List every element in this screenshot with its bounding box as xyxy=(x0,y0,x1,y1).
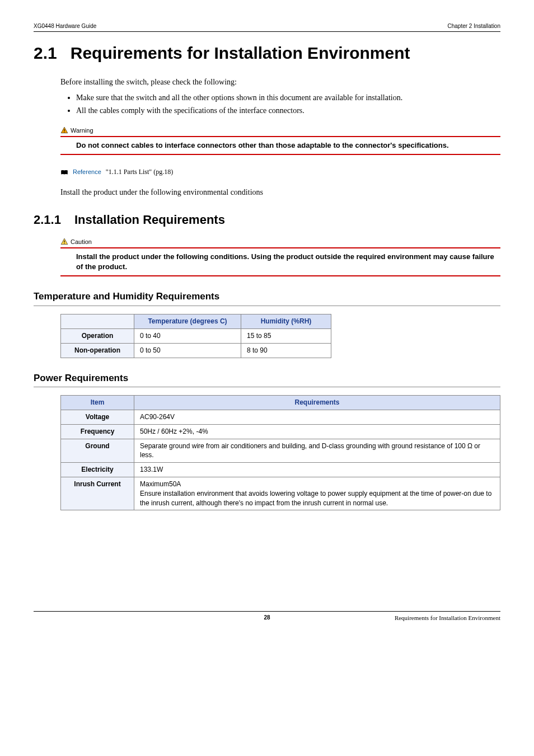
svg-rect-0 xyxy=(64,129,64,132)
svg-rect-1 xyxy=(64,132,64,133)
table-cell: 0 to 50 xyxy=(134,343,241,358)
h2-number: 2.1.1 xyxy=(34,212,61,229)
table-cell: AC90-264V xyxy=(134,410,500,425)
table-cell: Operation xyxy=(61,328,134,343)
page-header: XG0448 Hardware Guide Chapter 2 Installa… xyxy=(34,22,500,32)
table-cell: Maximum50A Ensure installation environme… xyxy=(134,477,500,510)
table-cell: Frequency xyxy=(61,424,134,439)
section-title-h2: 2.1.1 Installation Requirements xyxy=(34,212,500,229)
svg-rect-2 xyxy=(64,241,64,243)
table-row: Electricity 133.1W xyxy=(61,463,500,477)
table-cell: Electricity xyxy=(61,463,134,477)
header-right: Chapter 2 Installation xyxy=(447,22,500,30)
warning-text: Do not connect cables to interface conne… xyxy=(76,140,500,151)
list-item: All the cables comply with the specifica… xyxy=(76,105,500,116)
warning-block: Warning Do not connect cables to interfa… xyxy=(60,126,500,156)
table-cell: Separate ground wire from air conditione… xyxy=(134,439,500,463)
table-cell: 133.1W xyxy=(134,463,500,477)
reference-text: "1.1.1 Parts List" (pg.18) xyxy=(106,167,173,177)
page-footer: 28 Requirements for Installation Environ… xyxy=(34,611,500,622)
table-cell: 15 to 85 xyxy=(241,328,331,343)
warning-icon xyxy=(60,126,68,134)
table-row: Non-operation 0 to 50 8 to 90 xyxy=(61,343,331,358)
temp-humidity-table: Temperature (degrees C) Humidity (%RH) O… xyxy=(60,314,331,358)
table-row: Voltage AC90-264V xyxy=(61,410,500,425)
caution-block: Caution Install the product under the fo… xyxy=(60,238,500,277)
table-row: Inrush Current Maximum50A Ensure install… xyxy=(61,477,500,510)
section-title-h1: 2.1 Requirements for Installation Enviro… xyxy=(34,43,500,63)
table-row: Operation 0 to 40 15 to 85 xyxy=(61,328,331,343)
footer-right: Requirements for Installation Environmen… xyxy=(395,614,500,622)
power-table: Item Requirements Voltage AC90-264V Freq… xyxy=(60,395,500,510)
table-cell: Non-operation xyxy=(61,343,134,358)
warning-label: Warning xyxy=(71,126,93,135)
book-icon xyxy=(60,170,68,175)
list-item: Make sure that the switch and all the ot… xyxy=(76,92,500,104)
header-left: XG0448 Hardware Guide xyxy=(34,22,96,30)
table-row: Ground Separate ground wire from air con… xyxy=(61,439,500,463)
table-header: Item xyxy=(61,396,134,410)
intro-bullets: Make sure that the switch and all the ot… xyxy=(60,92,500,116)
table-row: Temperature (degrees C) Humidity (%RH) xyxy=(61,314,331,329)
h2-text: Installation Requirements xyxy=(74,212,225,229)
table-cell: Voltage xyxy=(61,410,134,425)
page-number: 28 xyxy=(264,614,270,622)
reference-block: Reference "1.1.1 Parts List" (pg.18) xyxy=(60,167,500,177)
table-header: Temperature (degrees C) xyxy=(134,314,241,329)
table-row: Item Requirements xyxy=(61,396,500,410)
table-cell: 50Hz / 60Hz +2%, -4% xyxy=(134,424,500,439)
h1-text: Requirements for Installation Environmen… xyxy=(71,43,410,63)
temp-humidity-heading: Temperature and Humidity Requirements xyxy=(34,290,500,306)
caution-label: Caution xyxy=(71,238,92,246)
table-cell: 8 to 90 xyxy=(241,343,331,358)
h1-number: 2.1 xyxy=(34,43,57,63)
table-cell: Ground xyxy=(61,439,134,463)
table-cell: Inrush Current xyxy=(61,477,134,510)
caution-icon xyxy=(60,238,68,246)
reference-label: Reference xyxy=(73,168,101,176)
table-header: Requirements xyxy=(134,396,500,410)
table-header xyxy=(61,314,134,329)
intro-text: Before installing the switch, please che… xyxy=(60,77,500,88)
table-header: Humidity (%RH) xyxy=(241,314,331,329)
caution-text: Install the product under the following … xyxy=(76,252,500,272)
power-heading: Power Requirements xyxy=(34,372,500,388)
env-conditions-text: Install the product under the following … xyxy=(60,187,500,198)
table-cell: 0 to 40 xyxy=(134,328,241,343)
svg-rect-3 xyxy=(64,243,64,244)
table-row: Frequency 50Hz / 60Hz +2%, -4% xyxy=(61,424,500,439)
